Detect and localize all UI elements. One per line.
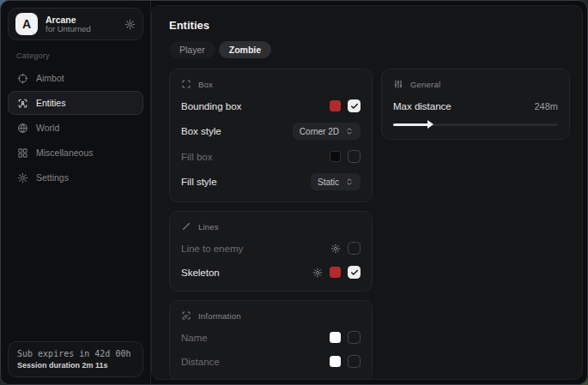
- setting-row-line-to-enemy: Line to enemy: [181, 241, 361, 256]
- color-swatch[interactable]: [330, 332, 341, 343]
- session-duration: Session duration 2m 11s: [17, 361, 134, 370]
- entities-icon: [17, 98, 28, 109]
- sidebar-item-world[interactable]: World: [8, 116, 143, 140]
- controls: [330, 99, 361, 112]
- brand-subtitle: for Unturned: [45, 25, 117, 34]
- color-swatch[interactable]: [330, 356, 341, 367]
- controls: [330, 331, 361, 344]
- controls: [330, 242, 361, 255]
- box-card-header: Box: [181, 79, 361, 89]
- sidebar-item-label: Entities: [36, 98, 65, 108]
- color-swatch[interactable]: [330, 267, 341, 278]
- gear-icon[interactable]: [124, 19, 136, 30]
- right-column: General Max distance 248m: [381, 69, 570, 140]
- dropdown-value: Static: [318, 177, 339, 187]
- dropdown-value: Corner 2D: [300, 127, 339, 136]
- sidebar-item-label: Miscellaneous: [36, 147, 94, 158]
- color-swatch[interactable]: [330, 100, 341, 111]
- gear-icon: [17, 172, 28, 183]
- sidebar-item-entities[interactable]: Entities: [8, 91, 143, 115]
- session-card: Sub expires in 42d 00h Session duration …: [8, 341, 143, 377]
- sidebar-nav: Aimbot Entities World: [8, 66, 143, 189]
- checkbox[interactable]: [348, 242, 361, 255]
- subscription-expiry: Sub expires in 42d 00h: [17, 349, 134, 358]
- gear-icon[interactable]: [330, 244, 341, 254]
- line-icon: [181, 221, 191, 232]
- tab-zombie[interactable]: Zombie: [219, 41, 271, 58]
- box-card: Box Bounding box: [169, 69, 373, 202]
- setting-label: Box style: [181, 126, 221, 136]
- left-column: Box Bounding box: [169, 69, 373, 380]
- information-card: Information Name Distance: [169, 300, 373, 380]
- card-title: Box: [198, 80, 213, 89]
- general-card: General Max distance 248m: [381, 69, 570, 140]
- checkbox[interactable]: [348, 99, 361, 112]
- entity-tabs: Player Zombie: [169, 41, 271, 58]
- slider-fill: [393, 123, 429, 127]
- brand-logo: A: [15, 13, 38, 35]
- controls: [312, 266, 361, 279]
- card-title: General: [410, 80, 440, 89]
- setting-row-fill-style: Fill style Static: [181, 173, 361, 190]
- max-distance-slider[interactable]: [393, 121, 558, 128]
- check-icon: [350, 102, 359, 111]
- check-icon: [350, 268, 359, 277]
- sidebar-item-label: Aimbot: [36, 73, 64, 83]
- sidebar-item-settings[interactable]: Settings: [8, 165, 143, 189]
- gear-icon[interactable]: [312, 268, 323, 278]
- globe-icon: [17, 123, 28, 134]
- max-distance-value: 248m: [534, 101, 558, 111]
- card-title: Lines: [198, 222, 219, 232]
- general-card-header: General: [393, 79, 558, 89]
- setting-label: Line to enemy: [181, 244, 243, 254]
- lines-card: Lines Line to enemy: [169, 211, 373, 292]
- setting-row-fill-box: Fill box: [181, 149, 361, 164]
- card-title: Information: [198, 311, 241, 321]
- setting-label: Distance: [181, 357, 220, 367]
- app-window: A Arcane for Unturned Category A: [0, 0, 588, 385]
- setting-label: Bounding box: [181, 101, 241, 111]
- checkbox[interactable]: [348, 331, 361, 344]
- main-panel: Entities Player Zombie Box: [151, 5, 583, 380]
- box-scan-icon: [181, 79, 191, 89]
- color-swatch[interactable]: [330, 151, 341, 162]
- category-label: Category: [16, 51, 135, 60]
- checkbox[interactable]: [348, 266, 361, 279]
- card-columns: Box Bounding box: [169, 69, 570, 380]
- information-card-header: Information: [181, 310, 361, 321]
- setting-row-max-distance: Max distance 248m: [393, 99, 558, 113]
- sidebar-item-label: Settings: [36, 172, 69, 183]
- brand-card: A Arcane for Unturned: [8, 8, 143, 40]
- brand-title: Arcane: [45, 15, 117, 25]
- chevrons-up-down-icon: [345, 127, 354, 135]
- sidebar-item-aimbot[interactable]: Aimbot: [8, 66, 143, 90]
- controls: [330, 150, 361, 163]
- setting-row-bounding-box: Bounding box: [181, 99, 361, 113]
- sidebar: A Arcane for Unturned Category A: [1, 1, 151, 384]
- setting-label: Max distance: [393, 101, 452, 111]
- sidebar-item-miscellaneous[interactable]: Miscellaneous: [8, 141, 143, 165]
- setting-row-name: Name: [181, 330, 361, 345]
- crosshair-icon: [17, 73, 28, 84]
- sliders-icon: [393, 79, 403, 89]
- setting-row-skeleton: Skeleton: [181, 265, 361, 280]
- slider-thumb[interactable]: [427, 120, 433, 129]
- setting-label: Skeleton: [181, 268, 220, 278]
- page-title: Entities: [169, 19, 570, 32]
- fill-style-dropdown[interactable]: Static: [311, 173, 361, 190]
- checkbox[interactable]: [348, 150, 361, 163]
- box-style-dropdown[interactable]: Corner 2D: [293, 123, 361, 140]
- setting-label: Fill box: [181, 152, 212, 162]
- information-icon: [181, 310, 191, 321]
- brand-text: Arcane for Unturned: [45, 15, 117, 34]
- setting-label: Name: [181, 333, 208, 343]
- lines-card-header: Lines: [181, 221, 361, 232]
- grid-icon: [17, 147, 28, 159]
- sidebar-item-label: World: [36, 123, 59, 133]
- setting-row-box-style: Box style Corner 2D: [181, 123, 361, 140]
- tab-player[interactable]: Player: [169, 41, 215, 58]
- controls: [330, 355, 361, 368]
- setting-row-distance: Distance: [181, 354, 361, 369]
- setting-label: Fill style: [181, 177, 217, 187]
- checkbox[interactable]: [348, 355, 361, 368]
